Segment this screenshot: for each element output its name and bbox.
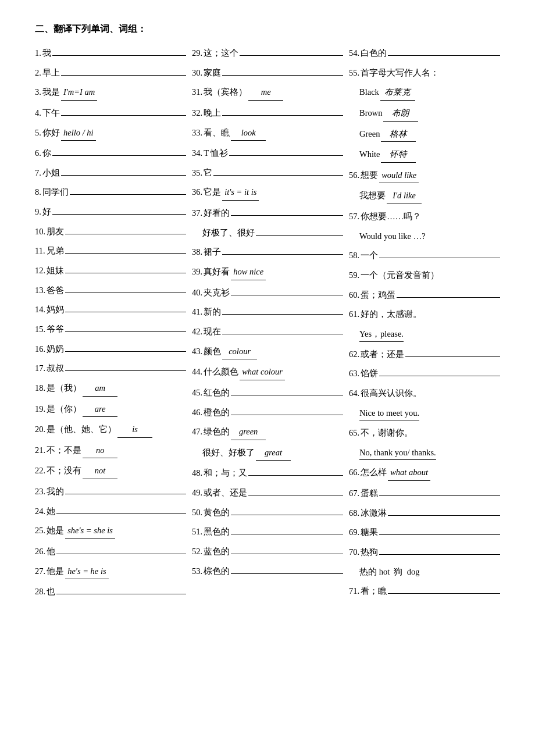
list-item: 60.蛋；鸡蛋: [349, 288, 500, 302]
item-label: 它是: [204, 185, 221, 199]
list-item: 46.橙色的: [192, 405, 343, 420]
item-label: 裙子: [204, 245, 221, 259]
list-item: 43.颜色colour: [192, 344, 343, 360]
item-blank: [222, 75, 343, 76]
item-label: 晚上: [204, 106, 221, 120]
item-number: 21.: [35, 443, 45, 458]
list-item: 41.新的: [192, 305, 343, 319]
item-number: 10.: [35, 224, 45, 239]
item-blank: [222, 314, 343, 315]
item-answer: 怀特: [381, 147, 416, 163]
item-blank: [65, 351, 186, 352]
item-blank: [52, 214, 186, 215]
list-item: 7.小姐: [35, 166, 186, 180]
list-item: 13.爸爸: [35, 283, 186, 298]
item-blank: [388, 515, 500, 516]
item-number: 11.: [35, 244, 45, 258]
list-item: 36.它是it's = it is: [192, 185, 343, 201]
list-item: 18.是（我）am: [35, 381, 186, 397]
item-label: 好极了、很好: [202, 226, 255, 240]
list-item: 44.什么颜色what colour: [192, 365, 343, 380]
item-blank: [379, 554, 500, 555]
list-item: 42.现在: [192, 324, 343, 339]
list-item: 53.棕色的: [192, 564, 343, 579]
item-number: 40.: [192, 286, 202, 300]
list-item: 1.我: [35, 46, 186, 60]
item-label: 很高兴认识你。: [361, 386, 422, 401]
list-item: 25.她是she's = she is: [35, 523, 186, 539]
item-number: 59.: [349, 268, 359, 283]
list-item: 32.晚上: [192, 106, 343, 120]
item-blank: [240, 55, 343, 56]
item-number: 36.: [192, 185, 202, 199]
item-label: 看；瞧: [361, 584, 387, 598]
item-answer: he's = he is: [65, 564, 108, 580]
list-item: 47.绿色的green: [192, 425, 343, 440]
item-number: 19.: [35, 402, 45, 416]
item-label: 首字母大写作人名：: [361, 66, 439, 80]
item-number: 39.: [192, 265, 202, 279]
item-number: 64.: [349, 386, 359, 401]
item-blank: [52, 155, 186, 156]
item-number: 28.: [35, 584, 45, 599]
list-item: 4.下午: [35, 106, 186, 120]
item-number: 70.: [349, 545, 359, 559]
item-number: 61.: [349, 307, 359, 322]
item-label: 蓝色的: [204, 544, 230, 559]
item-label: 是（你）: [47, 402, 81, 416]
list-item: 52.蓝色的: [192, 544, 343, 559]
list-item: Brown布朗: [349, 106, 500, 122]
list-item: 30.家庭: [192, 66, 343, 80]
item-blank: [61, 75, 186, 76]
item-number: 22.: [35, 463, 45, 478]
item-answer: how nice: [231, 265, 266, 280]
list-item: 31.我（宾格）me: [192, 85, 343, 101]
item-label: 不；不是: [47, 443, 81, 458]
item-label: 朋友: [47, 224, 64, 239]
item-number: 24.: [35, 504, 45, 519]
item-answer: I'm=I am: [61, 85, 97, 101]
item-number: 37.: [192, 206, 202, 220]
item-blank: [222, 254, 343, 255]
item-answer: colour: [222, 344, 257, 360]
item-label: 热的 hot 狗 dog: [359, 565, 419, 579]
item-blank: [388, 55, 500, 56]
item-answer: no: [83, 443, 117, 459]
item-label: 冰激淋: [361, 506, 387, 520]
item-number: 29.: [192, 46, 202, 60]
item-label: Brown: [359, 106, 382, 120]
item-label: 糖果: [361, 525, 378, 540]
item-label: Nice to meet you.: [359, 406, 419, 421]
item-label: 你好: [42, 126, 60, 140]
list-item: 40.夹克衫: [192, 286, 343, 300]
item-label: 黑色的: [204, 525, 230, 539]
item-label: 下午: [42, 106, 60, 120]
item-number: 38.: [192, 245, 202, 259]
item-label: Green: [359, 127, 380, 141]
item-blank: [248, 495, 343, 495]
item-label: 或者、还是: [204, 486, 247, 500]
list-item: Yes，please.: [349, 327, 500, 342]
item-label: 这；这个: [204, 46, 238, 60]
item-blank: [61, 115, 186, 116]
item-label: 我的: [47, 484, 64, 499]
item-answer: me: [248, 85, 283, 101]
item-label: 他是: [47, 564, 64, 579]
item-number: 65.: [349, 426, 359, 440]
item-number: 35.: [192, 166, 202, 180]
column-2: 29.这；这个30.家庭31.我（宾格）me32.晚上33.看、瞧look34.…: [192, 46, 343, 604]
item-label: 馅饼: [361, 366, 378, 381]
item-blank: [65, 494, 186, 494]
item-answer: what about: [388, 465, 430, 481]
list-item: 66.怎么样what about: [349, 465, 500, 481]
list-item: 27.他是he's = he is: [35, 564, 186, 580]
list-item: 39.真好看how nice: [192, 265, 343, 280]
item-blank: [65, 273, 186, 273]
item-number: 27.: [35, 564, 45, 579]
list-item: 58.一个: [349, 248, 500, 263]
item-answer: look: [231, 126, 266, 141]
list-item: 14.妈妈: [35, 302, 186, 317]
item-number: 56.: [349, 168, 359, 183]
item-blank: [65, 234, 186, 234]
item-label: 棕色的: [204, 564, 230, 579]
